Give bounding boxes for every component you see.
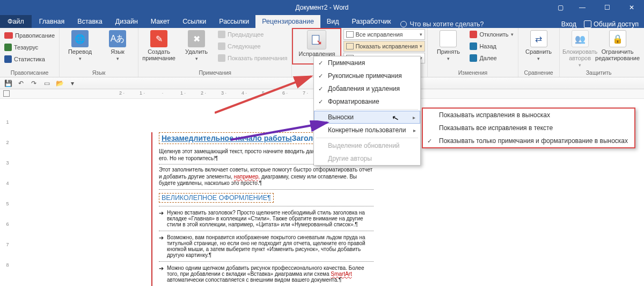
compare-icon: ⇄ bbox=[530, 30, 547, 47]
tab-developer[interactable]: Разработчик bbox=[345, 15, 397, 28]
doc-bullet[interactable]: Можно одним щелчком добавить рисунок про… bbox=[159, 261, 374, 283]
show-markup-icon bbox=[346, 43, 354, 49]
doc-heading-2[interactable]: ВЕЛИКОЛЕПНОЕ ОФОРМЛЕНИЕ¶ bbox=[159, 193, 274, 203]
globe-icon: 🌐 bbox=[71, 30, 89, 47]
reject-icon bbox=[470, 31, 477, 38]
next-change-button[interactable]: Далее bbox=[469, 53, 514, 63]
track-changes-icon bbox=[307, 30, 326, 49]
tab-view[interactable]: Вид bbox=[320, 15, 346, 28]
qat-undo-icon[interactable]: ↶ bbox=[16, 78, 26, 88]
prev-change-button[interactable]: Назад bbox=[469, 41, 514, 52]
change-marker-bar bbox=[151, 132, 152, 286]
new-comment-button[interactable]: ✎Создать примечание bbox=[142, 29, 176, 61]
arrow-left-icon bbox=[470, 42, 477, 50]
block-authors-button[interactable]: 👥Блокировать авторов▾ bbox=[563, 29, 597, 68]
show-markup-menu: Примечания Рукописные примечания Добавле… bbox=[313, 56, 421, 166]
doc-paragraph[interactable]: Этот заполнитель включает советы, которы… bbox=[159, 165, 374, 190]
lightbulb-icon bbox=[400, 21, 407, 27]
tab-insert[interactable]: Вставка bbox=[71, 15, 108, 28]
share-button[interactable]: Общий доступ bbox=[584, 20, 639, 28]
menu-item-other: Другие авторы bbox=[314, 152, 420, 165]
group-label-spelling: Правописание bbox=[3, 69, 56, 77]
doc-bullet[interactable]: Возможно, вам понравится изображение пок… bbox=[159, 231, 374, 258]
window-title: Документ2 - Word bbox=[295, 4, 348, 11]
group-label-comments: Примечания bbox=[142, 69, 288, 77]
tab-references[interactable]: Ссылки bbox=[176, 15, 213, 28]
share-icon bbox=[584, 20, 591, 28]
menu-item-highlight: Выделение обновлений bbox=[314, 139, 420, 152]
balloons-option-3[interactable]: Показывать только примечания и форматиро… bbox=[423, 134, 634, 147]
block-icon: 👥 bbox=[572, 30, 589, 47]
tell-me-search[interactable]: Что вы хотите сделать? bbox=[400, 20, 484, 28]
spelling-button[interactable]: Правописание bbox=[3, 30, 56, 41]
balloons-option-2[interactable]: Показывать все исправления в тексте bbox=[423, 121, 634, 134]
qat-new-icon[interactable]: ▭ bbox=[42, 78, 52, 88]
title-bar: Документ2 - Word ▢ — ☐ ✕ bbox=[0, 0, 644, 15]
qat-customize-icon[interactable]: ▾ bbox=[68, 78, 77, 88]
accept-button[interactable]: ✔Принять▾ bbox=[431, 29, 465, 61]
balloons-submenu: Показывать исправления в выносках Показы… bbox=[422, 108, 635, 148]
delete-icon: ✖ bbox=[188, 30, 205, 47]
qat-save-icon[interactable]: 💾 bbox=[3, 78, 13, 88]
group-label-language: Язык bbox=[63, 69, 135, 77]
ribbon-options-icon[interactable]: ▢ bbox=[551, 0, 570, 15]
menu-item-formatting[interactable]: Форматирование bbox=[314, 95, 420, 108]
ruler-corner-icon bbox=[3, 90, 10, 97]
markup-view-icon bbox=[346, 31, 354, 38]
book-icon bbox=[4, 44, 12, 51]
menu-item-balloons[interactable]: Выноски bbox=[314, 111, 420, 124]
prev-comment-button[interactable]: Предыдущее bbox=[217, 29, 288, 40]
accept-icon: ✔ bbox=[440, 30, 457, 47]
group-label-protect: Защитить bbox=[563, 69, 635, 77]
doc-bullet[interactable]: Нужно вставить заголовок? Просто щелкнит… bbox=[159, 206, 374, 227]
lock-icon: 🔒 bbox=[609, 30, 626, 47]
minimize-icon[interactable]: — bbox=[570, 0, 595, 15]
abc-check-icon bbox=[4, 32, 13, 39]
show-comments-button[interactable]: Показать примечания bbox=[217, 53, 288, 63]
vertical-ruler[interactable]: 12345678 bbox=[3, 99, 12, 286]
close-icon[interactable]: ✕ bbox=[619, 0, 644, 15]
tab-layout[interactable]: Макет bbox=[144, 15, 176, 28]
reject-button[interactable]: Отклонить ▾ bbox=[469, 29, 514, 40]
next-icon bbox=[218, 42, 225, 50]
menu-item-ink[interactable]: Рукописные примечания bbox=[314, 69, 420, 82]
menu-tabs: Файл Главная Вставка Дизайн Макет Ссылки… bbox=[0, 15, 644, 28]
stats-button[interactable]: Статистика bbox=[3, 54, 56, 65]
next-comment-button[interactable]: Следующее bbox=[217, 41, 288, 52]
menu-item-reviewers[interactable]: Конкретные пользователи bbox=[314, 124, 420, 137]
signin-link[interactable]: Вход bbox=[561, 20, 576, 28]
translate-button[interactable]: 🌐Перевод▾ bbox=[63, 29, 97, 61]
tab-file[interactable]: Файл bbox=[0, 15, 32, 28]
menu-item-comments[interactable]: Примечания bbox=[314, 56, 420, 69]
qat-redo-icon[interactable]: ↷ bbox=[29, 78, 39, 88]
stats-icon bbox=[4, 55, 12, 63]
language-button[interactable]: AあЯзык▾ bbox=[100, 29, 135, 61]
doc-heading-1[interactable]: Незамедлительное начало работыЗаголово bbox=[159, 132, 329, 144]
language-icon: Aあ bbox=[109, 30, 126, 47]
group-label-changes: Изменения bbox=[431, 69, 514, 77]
show-markup-dropdown[interactable]: Показать исправления▾ bbox=[343, 41, 425, 52]
compare-button[interactable]: ⇄Сравнить▾ bbox=[522, 29, 556, 61]
thesaurus-button[interactable]: Тезаурус bbox=[3, 42, 56, 53]
arrow-right-icon bbox=[470, 54, 477, 62]
show-comments-icon bbox=[218, 54, 225, 62]
tab-home[interactable]: Главная bbox=[33, 15, 71, 28]
restrict-editing-button[interactable]: 🔒Ограничить редактирование bbox=[601, 29, 635, 61]
menu-item-insdel[interactable]: Добавления и удаления bbox=[314, 82, 420, 95]
maximize-icon[interactable]: ☐ bbox=[595, 0, 619, 15]
tab-design[interactable]: Дизайн bbox=[109, 15, 144, 28]
qat-open-icon[interactable]: 📂 bbox=[55, 78, 64, 88]
group-label-compare: Сравнение bbox=[522, 69, 556, 77]
tab-mailings[interactable]: Рассылки bbox=[213, 15, 255, 28]
delete-comment-button[interactable]: ✖Удалить▾ bbox=[179, 29, 214, 61]
tab-review[interactable]: Рецензирование bbox=[255, 15, 320, 28]
comment-icon: ✎ bbox=[150, 30, 167, 47]
svg-rect-0 bbox=[312, 35, 319, 45]
display-for-review-dropdown[interactable]: Все исправления▾ bbox=[343, 29, 425, 40]
prev-icon bbox=[218, 31, 225, 38]
balloons-option-1[interactable]: Показывать исправления в выносках bbox=[423, 109, 634, 121]
